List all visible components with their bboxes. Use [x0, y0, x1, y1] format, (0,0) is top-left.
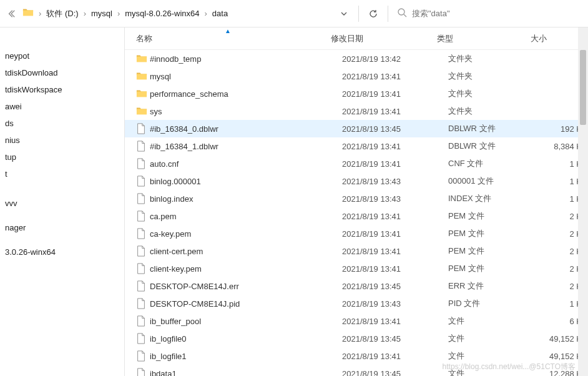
search-icon — [397, 7, 407, 19]
file-row[interactable]: ib_logfile12021/8/19 13:41文件49,152 K — [125, 347, 588, 365]
file-name: client-cert.pem — [150, 247, 342, 256]
file-row[interactable]: mysql2021/8/19 13:41文件夹 — [125, 67, 588, 85]
breadcrumb[interactable]: › 软件 (D:) › mysql › mysql-8.0.26-winx64 … — [20, 0, 333, 27]
sidebar-item[interactable]: tdiskWorkspace — [0, 81, 124, 98]
file-row[interactable]: binlog.index2021/8/19 13:43INDEX 文件1 K — [125, 190, 588, 207]
file-row[interactable]: #innodb_temp2021/8/19 13:42文件夹 — [125, 50, 588, 67]
column-header-date[interactable]: 修改日期 — [331, 33, 437, 44]
chevron-right-icon[interactable]: › — [203, 9, 208, 18]
sidebar-item[interactable]: tdiskDownload — [0, 64, 124, 81]
file-icon — [136, 298, 150, 309]
file-date: 2021/8/19 13:45 — [342, 334, 448, 344]
file-icon — [136, 141, 150, 152]
folder-icon — [136, 53, 150, 64]
scroll-thumb[interactable] — [580, 50, 586, 125]
search-box[interactable] — [392, 4, 579, 23]
divider — [358, 6, 359, 22]
file-icon — [136, 263, 150, 274]
sidebar-item[interactable]: tup — [0, 149, 124, 166]
sidebar-item[interactable]: neypot — [0, 47, 124, 64]
file-type: 000001 文件 — [448, 176, 542, 187]
file-date: 2021/8/19 13:41 — [342, 264, 448, 274]
file-date: 2021/8/19 13:43 — [342, 177, 448, 186]
file-name: mysql — [150, 72, 342, 81]
sidebar-item[interactable]: vvv — [0, 195, 124, 212]
file-icon — [136, 158, 150, 169]
file-type: PEM 文件 — [448, 245, 542, 257]
file-row[interactable]: ibdata12021/8/19 13:45文件12,288 K — [125, 365, 588, 376]
file-type: PEM 文件 — [448, 228, 542, 239]
file-type: 文件夹 — [448, 53, 542, 64]
file-row[interactable]: client-cert.pem2021/8/19 13:41PEM 文件2 K — [125, 242, 588, 260]
sidebar-item[interactable]: 3.0.26-winx64 — [0, 244, 124, 260]
file-row[interactable]: #ib_16384_0.dblwr2021/8/19 13:45DBLWR 文件… — [125, 120, 588, 137]
file-list[interactable]: #innodb_temp2021/8/19 13:42文件夹mysql2021/… — [125, 50, 588, 376]
chevron-right-icon[interactable]: › — [82, 9, 87, 18]
file-type: 文件 — [448, 350, 542, 362]
crumb-item[interactable]: mysql-8.0.26-winx64 — [121, 9, 203, 18]
file-row[interactable]: binlog.0000012021/8/19 13:43000001 文件1 K — [125, 172, 588, 190]
file-date: 2021/8/19 13:41 — [342, 159, 448, 169]
file-icon — [136, 123, 150, 134]
chevron-right-icon[interactable]: › — [37, 9, 42, 18]
column-header-name[interactable]: 名称 — [125, 33, 331, 44]
file-row[interactable]: ca.pem2021/8/19 13:41PEM 文件2 K — [125, 207, 588, 225]
folder-icon — [136, 106, 150, 117]
file-type: 文件 — [448, 333, 542, 344]
sidebar-item — [0, 236, 124, 244]
file-name: ib_buffer_pool — [150, 317, 342, 326]
file-row[interactable]: #ib_16384_1.dblwr2021/8/19 13:41DBLWR 文件… — [125, 137, 588, 155]
file-type: PID 文件 — [448, 298, 542, 309]
file-name: binlog.000001 — [150, 177, 342, 186]
file-row[interactable]: performance_schema2021/8/19 13:41文件夹 — [125, 85, 588, 102]
divider — [388, 6, 388, 22]
file-date: 2021/8/19 13:45 — [342, 282, 448, 291]
history-dropdown-button[interactable] — [335, 4, 353, 23]
search-input[interactable] — [412, 9, 574, 18]
svg-point-0 — [398, 9, 404, 15]
file-name: #ib_16384_0.dblwr — [150, 124, 342, 134]
file-icon — [136, 368, 150, 376]
file-row[interactable]: ib_buffer_pool2021/8/19 13:41文件6 K — [125, 312, 588, 330]
file-icon — [136, 280, 150, 292]
refresh-button[interactable] — [364, 4, 383, 23]
file-row[interactable]: ca-key.pem2021/8/19 13:41PEM 文件2 K — [125, 225, 588, 242]
sidebar-item[interactable]: ds — [0, 115, 124, 132]
file-date: 2021/8/19 13:41 — [342, 212, 448, 221]
file-name: ibdata1 — [150, 369, 342, 377]
file-type: INDEX 文件 — [448, 193, 542, 204]
file-type: 文件夹 — [448, 88, 542, 99]
file-row[interactable]: ib_logfile02021/8/19 13:45文件49,152 K — [125, 330, 588, 347]
file-row[interactable]: DESKTOP-CM8E14J.pid2021/8/19 13:43PID 文件… — [125, 295, 588, 312]
file-icon — [136, 245, 150, 257]
sidebar-item[interactable]: nius — [0, 132, 124, 149]
file-date: 2021/8/19 13:45 — [342, 124, 448, 134]
file-row[interactable]: sys2021/8/19 13:41文件夹 — [125, 102, 588, 120]
file-name: ca.pem — [150, 212, 342, 221]
sidebar-item[interactable]: nager — [0, 219, 124, 236]
file-icon — [136, 315, 150, 327]
file-name: DESKTOP-CM8E14J.err — [150, 282, 342, 291]
file-icon — [136, 333, 150, 344]
file-type: CNF 文件 — [448, 158, 542, 169]
crumb-item[interactable]: mysql — [87, 9, 116, 18]
file-type: DBLWR 文件 — [448, 141, 542, 152]
file-row[interactable]: DESKTOP-CM8E14J.err2021/8/19 13:45ERR 文件… — [125, 277, 588, 295]
file-name: sys — [150, 107, 342, 116]
file-date: 2021/8/19 13:41 — [342, 89, 448, 99]
address-bar: › 软件 (D:) › mysql › mysql-8.0.26-winx64 … — [0, 0, 588, 27]
vertical-scrollbar[interactable] — [578, 27, 588, 376]
folder-icon — [22, 7, 37, 20]
chevron-right-icon[interactable]: › — [116, 9, 121, 18]
file-date: 2021/8/19 13:41 — [342, 107, 448, 116]
file-row[interactable]: client-key.pem2021/8/19 13:41PEM 文件2 K — [125, 260, 588, 277]
sidebar-item[interactable]: t — [0, 166, 124, 182]
nav-back-icon[interactable] — [2, 5, 20, 22]
file-row[interactable]: auto.cnf2021/8/19 13:41CNF 文件1 K — [125, 155, 588, 172]
crumb-item[interactable]: data — [208, 9, 232, 18]
column-header-type[interactable]: 类型 — [437, 33, 531, 44]
crumb-item[interactable]: 软件 (D:) — [42, 8, 82, 19]
file-date: 2021/8/19 13:41 — [342, 142, 448, 151]
sidebar-item[interactable]: awei — [0, 98, 124, 115]
file-date: 2021/8/19 13:41 — [342, 352, 448, 361]
